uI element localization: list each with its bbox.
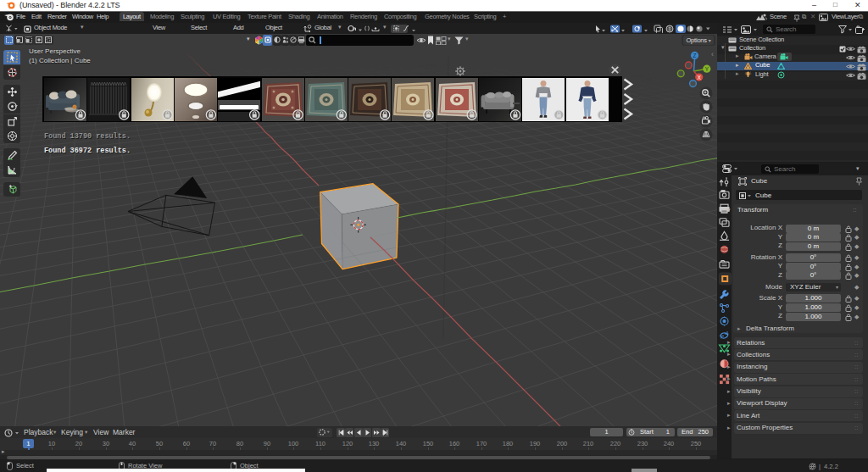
svg-text:Z: Z xyxy=(693,53,697,58)
svg-text:Y: Y xyxy=(705,66,709,72)
svg-text:X: X xyxy=(698,75,702,81)
